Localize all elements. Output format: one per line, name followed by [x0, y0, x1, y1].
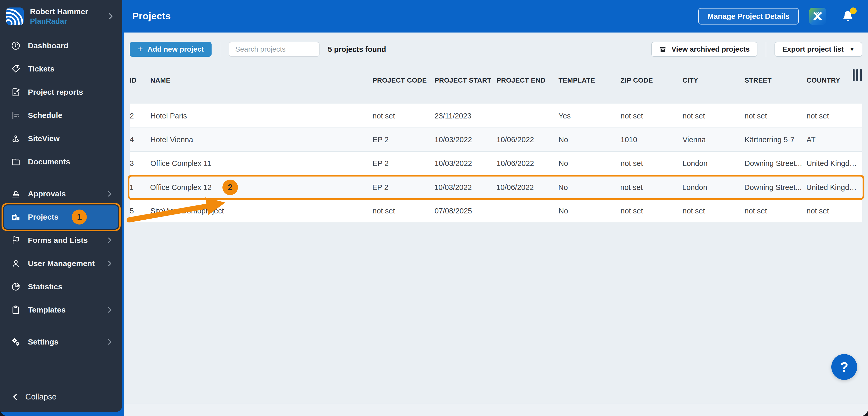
sidebar-item-label: Settings: [28, 338, 58, 346]
cell-id: 1: [129, 183, 150, 192]
cell-project-end: 10/06/2022: [497, 136, 559, 144]
add-new-project-button[interactable]: + Add new project: [130, 42, 212, 57]
cell-project-start: 10/03/2022: [434, 183, 496, 192]
cell-zip-code: not set: [621, 159, 683, 168]
cell-id: 5: [130, 207, 150, 215]
cell-country: AT: [807, 136, 862, 144]
sidebar-item-label: Templates: [28, 306, 66, 314]
cell-street: Downing Street...: [744, 183, 806, 192]
export-project-list-button[interactable]: Export project list ▼: [774, 42, 862, 57]
sidebar-item-label: User Management: [28, 259, 95, 268]
column-header-street: STREET: [745, 76, 807, 84]
column-header-zip-code: ZIP CODE: [621, 76, 683, 84]
chevron-left-icon: [11, 392, 20, 401]
cell-name: Office Complex 11: [150, 159, 373, 168]
sidebar-item[interactable]: Tickets: [4, 57, 118, 80]
cell-street: Kärtnerring 5-7: [745, 136, 807, 144]
cell-name: Hotel Paris: [150, 112, 373, 120]
table-row[interactable]: 3 Office Complex 11 EP 2 10/03/2022 10/0…: [130, 152, 862, 175]
cell-project-start: 10/03/2022: [435, 136, 497, 144]
cell-name: SiteView Demoproject: [150, 207, 373, 215]
chevron-right-icon: [106, 236, 114, 244]
sidebar-item-icon: [11, 258, 21, 268]
sidebar-item-icon: [11, 337, 21, 347]
cell-project-start: 07/08/2025: [435, 207, 497, 215]
sidebar-item[interactable]: Project reports: [4, 80, 118, 104]
step-badge-2: 2: [222, 180, 238, 195]
sidebar-nav: Dashboard Tickets Project reports: [0, 32, 122, 353]
sidebar-item[interactable]: Projects 1: [4, 205, 118, 229]
project-name: SiteView Demoproject: [150, 207, 224, 215]
table-row[interactable]: 2 Hotel Paris not set 23/11/2023 Yes not…: [130, 104, 862, 128]
collapse-sidebar-button[interactable]: Collapse: [0, 392, 122, 412]
sidebar-item-icon: [11, 212, 21, 222]
table-row[interactable]: 5 SiteView Demoproject not set 07/08/202…: [130, 199, 862, 223]
toolbar: + Add new project 5 projects found View …: [130, 42, 862, 57]
cell-template: No: [559, 159, 621, 168]
app-window: Robert Hammer PlanRadar Dashboard Ticket…: [0, 0, 868, 416]
results-count: 5 projects found: [328, 45, 386, 54]
table-header-row: ID NAME PROJECT CODE PROJECT START PROJE…: [130, 57, 862, 104]
cell-template: No: [559, 136, 621, 144]
cell-id: 4: [130, 136, 150, 144]
help-button[interactable]: ?: [831, 354, 857, 380]
chevron-right-icon: [106, 12, 115, 21]
toolbar-divider: [220, 42, 220, 57]
sidebar-item[interactable]: Schedule: [4, 104, 118, 127]
sidebar-item[interactable]: Forms and Lists: [4, 229, 118, 252]
view-archived-projects-button[interactable]: View archived projects: [651, 42, 757, 57]
sidebar-item[interactable]: Statistics: [4, 275, 118, 298]
sidebar-gap: [122, 0, 124, 416]
collapse-label: Collapse: [25, 392, 57, 402]
table-body: 2 Hotel Paris not set 23/11/2023 Yes not…: [130, 104, 862, 223]
cell-template: No: [558, 183, 620, 192]
sidebar-item-label: Projects: [28, 213, 58, 221]
sidebar-item-icon: [11, 41, 21, 50]
step-badge-1: 1: [72, 210, 87, 224]
column-settings-icon[interactable]: [853, 69, 862, 81]
cell-country: not set: [807, 112, 862, 120]
planradar-connect-icon[interactable]: [809, 8, 826, 25]
manage-project-details-button[interactable]: Manage Project Details: [698, 8, 799, 25]
cell-zip-code: not set: [621, 112, 683, 120]
cell-country: United Kingdom: [806, 183, 863, 192]
sidebar-item-icon: [11, 157, 21, 167]
column-header-id: ID: [130, 76, 150, 84]
user-name: Robert Hammer: [30, 7, 88, 16]
sidebar-item[interactable]: User Management: [4, 252, 118, 275]
sidebar-item-label: Project reports: [28, 88, 83, 97]
cell-zip-code: not set: [621, 207, 683, 215]
sidebar-item[interactable]: Settings: [4, 330, 118, 353]
notifications-bell-icon[interactable]: [841, 9, 855, 24]
search-projects-input[interactable]: [228, 42, 319, 57]
column-header-project-start: PROJECT START: [435, 76, 497, 84]
project-name: Hotel Vienna: [150, 136, 193, 144]
sidebar-item-icon: [11, 189, 21, 199]
chevron-right-icon: [106, 190, 114, 198]
sidebar-item[interactable]: Templates: [4, 298, 118, 321]
chevron-right-icon: [106, 338, 114, 346]
sidebar-item[interactable]: Documents: [4, 150, 118, 173]
plus-icon: +: [137, 44, 143, 54]
cell-street: not set: [745, 207, 807, 215]
sidebar-item[interactable]: Dashboard: [4, 34, 118, 57]
table-row[interactable]: 4 Hotel Vienna EP 2 10/03/2022 10/06/202…: [130, 128, 862, 152]
cell-id: 3: [130, 159, 150, 168]
export-label: Export project list: [782, 45, 844, 54]
column-header-template: TEMPLATE: [559, 76, 621, 84]
column-header-name: NAME: [150, 76, 373, 84]
sidebar-item-label: Documents: [28, 158, 70, 166]
cell-zip-code: 1010: [621, 136, 683, 144]
account-switcher[interactable]: Robert Hammer PlanRadar: [0, 0, 122, 32]
cell-street: not set: [745, 112, 807, 120]
project-name: Office Complex 12: [150, 183, 212, 192]
sidebar-item[interactable]: SiteView: [4, 127, 118, 150]
table-row[interactable]: 1 Office Complex 12 2 EP 2 10/03/2022 10…: [128, 175, 864, 200]
column-header-project-end: PROJECT END: [497, 76, 559, 84]
cell-city: not set: [683, 112, 745, 120]
sidebar-item-label: Dashboard: [28, 41, 68, 50]
cell-project-end: 10/06/2022: [496, 183, 558, 192]
sidebar-item[interactable]: Approvals: [4, 182, 118, 205]
cell-city: London: [683, 159, 745, 168]
sidebar-item-icon: [11, 235, 21, 245]
